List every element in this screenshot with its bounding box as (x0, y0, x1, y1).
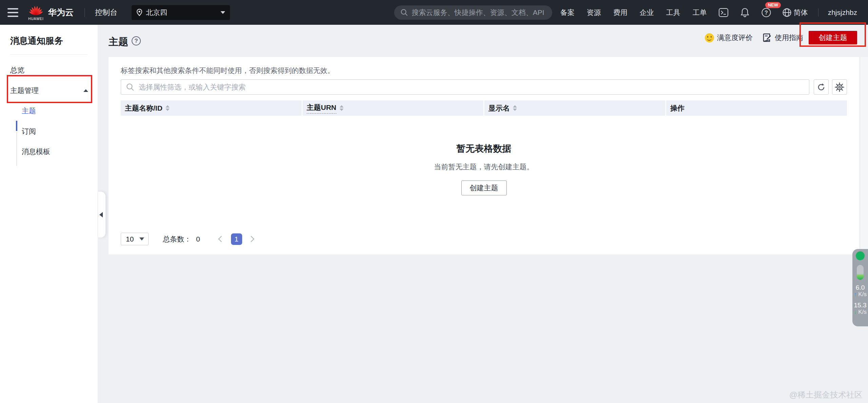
sidebar-item-topics[interactable]: 主题 (0, 106, 98, 116)
cli-terminal-icon[interactable] (718, 7, 729, 18)
sort-icon[interactable] (340, 105, 344, 111)
current-page-button[interactable]: 1 (231, 233, 242, 245)
chevron-up-icon (83, 89, 88, 92)
total-count: 总条数：0 (163, 234, 200, 244)
empty-state-description: 当前暂无主题，请先创建主题。 (121, 162, 847, 172)
pagination: 10 总条数：0 1 (121, 233, 253, 245)
console-link[interactable]: 控制台 (95, 7, 117, 18)
page-size-select[interactable]: 10 (121, 233, 149, 245)
region-name: 北京四 (146, 8, 220, 17)
satisfaction-link[interactable]: 满意度评价 (717, 33, 753, 42)
svg-text:?: ? (765, 10, 768, 16)
page-help-icon[interactable]: ? (132, 36, 141, 45)
chevron-down-icon (139, 237, 144, 241)
topbar-right: 备案 资源 费用 企业 工具 工单 (548, 0, 868, 25)
column-header-display-name[interactable]: 显示名 (484, 100, 665, 116)
filter-search-input[interactable] (139, 83, 783, 91)
sidebar-item-overview[interactable]: 总览 (0, 65, 98, 75)
globe-icon (782, 8, 792, 17)
sidebar-collapse-handle[interactable] (98, 192, 105, 237)
nav-beian[interactable]: 备案 (560, 8, 575, 17)
topbar-divider (818, 8, 818, 17)
menu-icon[interactable] (7, 8, 18, 17)
nav-enterprise[interactable]: 企业 (640, 8, 654, 17)
region-selector[interactable]: 北京四 (132, 5, 230, 20)
help-icon[interactable]: ? NEW (761, 7, 771, 18)
status-dot-icon (856, 251, 865, 260)
chevron-left-icon (99, 212, 103, 217)
chevron-down-icon (220, 11, 225, 14)
guide-doc-icon (762, 33, 772, 42)
search-tip-text: 标签搜索和其他搜索条件不能同时使用，否则搜索得到的数据无效。 (121, 66, 334, 75)
global-search[interactable] (394, 5, 552, 20)
up-arrow-icon: ↑ (854, 291, 857, 298)
empty-state: 暂无表格数据 当前暂无主题，请先创建主题。 创建主题 (121, 142, 847, 195)
sidebar-item-message-templates[interactable]: 消息模板 (0, 147, 98, 156)
refresh-icon (816, 82, 826, 92)
selected-indicator-bar (16, 121, 17, 131)
sidebar: 消息通知服务 总览 主题管理 主题 订阅 消息模板 (0, 25, 98, 403)
table-header: 主题名称/ID 主题URN 显示名 操作 (121, 100, 847, 116)
nav-tickets[interactable]: 工单 (693, 8, 707, 17)
table-settings-button[interactable] (832, 79, 847, 95)
user-guide-link[interactable]: 使用指南 (775, 33, 803, 42)
upload-speed-unit: ↑ K/s (854, 291, 867, 298)
net-speed-widget[interactable]: 6.0 ↑ K/s 15.3 ↓ K/s (852, 249, 868, 326)
nav-resources[interactable]: 资源 (587, 8, 601, 17)
huawei-logo[interactable]: HUAWEI (27, 4, 45, 21)
empty-create-topic-button[interactable]: 创建主题 (461, 180, 507, 195)
gauge-pill-icon (857, 265, 864, 280)
language-label: 简体 (794, 8, 808, 17)
gear-icon (834, 82, 845, 92)
new-badge: NEW (765, 2, 781, 8)
language-switcher[interactable]: 简体 (782, 8, 808, 17)
huawei-cloud-console: HUAWEI 华为云 控制台 北京四 备案 资源 费用 企业 工具 工单 (0, 0, 868, 403)
filter-search-box[interactable] (121, 79, 809, 95)
prev-page-button[interactable] (218, 236, 224, 242)
page-title: 主题 (109, 35, 128, 49)
sort-icon[interactable] (166, 105, 170, 111)
nav-billing[interactable]: 费用 (613, 8, 628, 17)
download-speed-unit: ↓ K/s (854, 309, 867, 315)
location-pin-icon (136, 8, 142, 17)
satisfaction-smiley-icon (705, 33, 714, 42)
huawei-wordmark: HUAWEI (28, 17, 44, 21)
tree-line (16, 132, 17, 166)
download-speed-value: 15.3 (854, 302, 867, 309)
empty-state-title: 暂无表格数据 (121, 142, 847, 155)
service-title: 消息通知服务 (0, 25, 98, 47)
sidebar-divider (10, 54, 88, 55)
column-header-operation: 操作 (666, 100, 847, 116)
sort-icon[interactable] (513, 105, 517, 111)
search-icon (400, 8, 408, 17)
nav-tools[interactable]: 工具 (666, 8, 680, 17)
search-icon (126, 83, 135, 92)
topics-panel: 标签搜索和其他搜索条件不能同时使用，否则搜索得到的数据无效。 (109, 57, 859, 254)
sidebar-group-topic-management[interactable]: 主题管理 (0, 86, 98, 95)
down-arrow-icon: ↓ (854, 309, 857, 315)
watermark: @稀土掘金技术社区 (789, 389, 863, 400)
huawei-flower-icon (27, 4, 45, 18)
column-header-topic-urn[interactable]: 主题URN (303, 100, 483, 116)
upload-speed-value: 6.0 (856, 284, 865, 291)
total-count-value: 0 (196, 235, 200, 243)
sidebar-group-label: 主题管理 (10, 86, 39, 95)
global-search-input[interactable] (412, 8, 546, 17)
account-menu[interactable]: zhjsjzhbz (828, 8, 857, 17)
topbar: HUAWEI 华为云 控制台 北京四 备案 资源 费用 企业 工具 工单 (0, 0, 868, 25)
next-page-button[interactable] (248, 236, 254, 242)
brand-name[interactable]: 华为云 (48, 7, 74, 18)
create-topic-button[interactable]: 创建主题 (809, 31, 857, 44)
page-header-actions: 满意度评价 使用指南 创建主题 (705, 31, 857, 45)
scrollbar-track[interactable] (861, 57, 868, 254)
column-header-topic-name[interactable]: 主题名称/ID (121, 100, 302, 116)
sidebar-item-subscriptions[interactable]: 订阅 (0, 127, 98, 136)
notifications-bell-icon[interactable] (740, 7, 750, 18)
refresh-button[interactable] (814, 79, 829, 95)
topbar-divider (84, 8, 85, 17)
